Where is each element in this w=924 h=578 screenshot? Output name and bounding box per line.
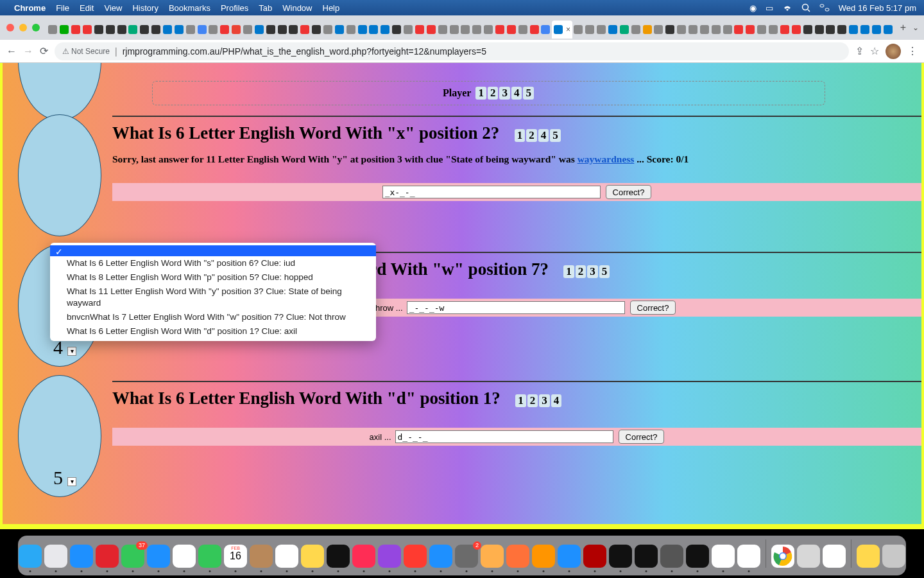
tab-0[interactable] <box>47 21 58 39</box>
tab-26[interactable] <box>345 21 356 39</box>
bookmark-star-icon[interactable]: ☆ <box>870 45 879 57</box>
battery-icon[interactable]: ▭ <box>766 3 773 13</box>
tab-27[interactable] <box>357 21 368 39</box>
tab-38[interactable] <box>483 21 494 39</box>
history-dropdown[interactable]: What Is 6 Letter English Word With "s" p… <box>50 243 376 341</box>
tabs-overflow-icon[interactable]: ⌄ <box>912 23 919 32</box>
tab-25[interactable] <box>334 21 345 39</box>
tab-15[interactable] <box>219 21 230 39</box>
dock-photos-icon[interactable] <box>173 545 196 568</box>
score-badge[interactable]: 1 <box>515 394 526 407</box>
tab-41[interactable] <box>517 21 528 39</box>
score-badge[interactable]: 2 <box>576 265 586 278</box>
tab-6[interactable] <box>116 21 127 39</box>
bubble-dropdown-icon[interactable]: ▾ <box>67 347 76 356</box>
tab-30[interactable] <box>391 21 402 39</box>
tab-22[interactable] <box>300 21 311 39</box>
tab-16[interactable] <box>231 21 242 39</box>
tab-36[interactable] <box>460 21 471 39</box>
tab-37[interactable] <box>472 21 483 39</box>
score-badge[interactable]: 1 <box>515 129 526 142</box>
correct-button-2[interactable]: Correct? <box>630 301 676 315</box>
dock-terminal-icon[interactable] <box>635 545 658 568</box>
dropdown-option-5[interactable]: What Is 6 Letter English Word With "d" p… <box>50 324 376 338</box>
tab-40[interactable] <box>506 21 517 39</box>
dock-chrome-icon[interactable] <box>771 545 794 568</box>
tab-19[interactable] <box>265 21 276 39</box>
tab-63[interactable] <box>780 21 791 39</box>
tab-60[interactable] <box>745 21 756 39</box>
tab-67[interactable] <box>825 21 836 39</box>
tab-35[interactable] <box>449 21 459 39</box>
chrome-menu-icon[interactable]: ⋮ <box>907 45 918 57</box>
dock-trash-icon[interactable] <box>882 545 905 568</box>
tab-13[interactable] <box>196 21 207 39</box>
dock-safari-icon[interactable] <box>70 545 93 568</box>
not-secure-badge[interactable]: ⚠ Not Secure <box>62 47 110 56</box>
dock-pages-icon[interactable] <box>737 545 760 568</box>
score-badge[interactable]: 3 <box>587 265 598 278</box>
menu-help[interactable]: Help <box>323 3 340 13</box>
tab-1[interactable] <box>59 21 70 39</box>
tab-43[interactable] <box>540 21 551 39</box>
tab-10[interactable] <box>162 21 173 39</box>
tab-58[interactable] <box>722 21 733 39</box>
dropdown-option-4[interactable]: bnvcnWhat Is 7 Letter English Word With … <box>50 310 376 324</box>
back-button[interactable]: ← <box>6 46 17 57</box>
tab-68[interactable] <box>837 21 848 39</box>
tab-46[interactable] <box>585 21 595 39</box>
menu-app[interactable]: Chrome <box>14 3 46 13</box>
tab-55[interactable] <box>688 21 699 39</box>
answer-input-2[interactable] <box>407 301 625 314</box>
player-num-badge[interactable]: 4 <box>511 87 522 100</box>
score-badge[interactable]: 4 <box>551 394 562 407</box>
menu-tab[interactable]: Tab <box>259 3 272 13</box>
tab-17[interactable] <box>243 21 253 39</box>
share-icon[interactable]: ⇪ <box>855 45 864 57</box>
dock-launchpad-icon[interactable] <box>44 545 67 568</box>
tab-7[interactable] <box>128 21 139 39</box>
dock-music-icon[interactable] <box>352 545 375 568</box>
tab-47[interactable] <box>596 21 607 39</box>
tab-5[interactable] <box>105 21 116 39</box>
bubble-dropdown-icon[interactable]: ▾ <box>67 477 76 486</box>
dock-finder-icon[interactable] <box>19 545 42 568</box>
menu-edit[interactable]: Edit <box>80 3 94 13</box>
tab-66[interactable] <box>814 21 825 39</box>
answer-input-3[interactable] <box>395 430 613 443</box>
tab-8[interactable] <box>139 21 150 39</box>
tab-14[interactable] <box>208 21 219 39</box>
tab-53[interactable] <box>665 21 676 39</box>
tab-62[interactable] <box>768 21 779 39</box>
tab-9[interactable] <box>151 21 162 39</box>
screenrec-icon[interactable]: ◉ <box>749 3 757 13</box>
tab-28[interactable] <box>368 21 379 39</box>
tab-11[interactable] <box>173 21 184 39</box>
dock-news-icon[interactable] <box>404 545 427 568</box>
tab-52[interactable] <box>653 21 664 39</box>
tab-32[interactable] <box>415 21 425 39</box>
menu-bookmarks[interactable]: Bookmarks <box>169 3 210 13</box>
tab-64[interactable] <box>791 21 801 39</box>
wifi-icon[interactable] <box>782 4 792 12</box>
score-badge[interactable]: 2 <box>526 129 537 142</box>
dropdown-option-3[interactable]: What Is 11 Letter English Word With "y" … <box>50 285 376 310</box>
dropdown-option-0[interactable] <box>50 245 376 256</box>
tab-2[interactable] <box>71 21 81 39</box>
score-badge[interactable]: 5 <box>599 265 610 278</box>
player-num-badge[interactable]: 1 <box>475 87 486 100</box>
dock-firefox-icon[interactable] <box>506 545 529 568</box>
forward-button[interactable]: → <box>23 46 33 57</box>
correct-button-3[interactable]: Correct? <box>619 430 665 444</box>
tab-61[interactable] <box>757 21 767 39</box>
tab-48[interactable] <box>608 21 619 39</box>
menu-view[interactable]: View <box>104 3 122 13</box>
menu-file[interactable]: File <box>56 3 69 13</box>
tab-21[interactable] <box>288 21 299 39</box>
tab-56[interactable] <box>699 21 710 39</box>
dock-chat-icon[interactable] <box>797 545 820 568</box>
dock-palette-icon[interactable] <box>481 545 504 568</box>
url-field[interactable]: ⚠ Not Secure | rjmprogramming.com.au/PHP… <box>55 42 849 60</box>
answer-link[interactable]: waywardness <box>578 153 635 164</box>
dock-contacts-icon[interactable] <box>250 545 273 568</box>
